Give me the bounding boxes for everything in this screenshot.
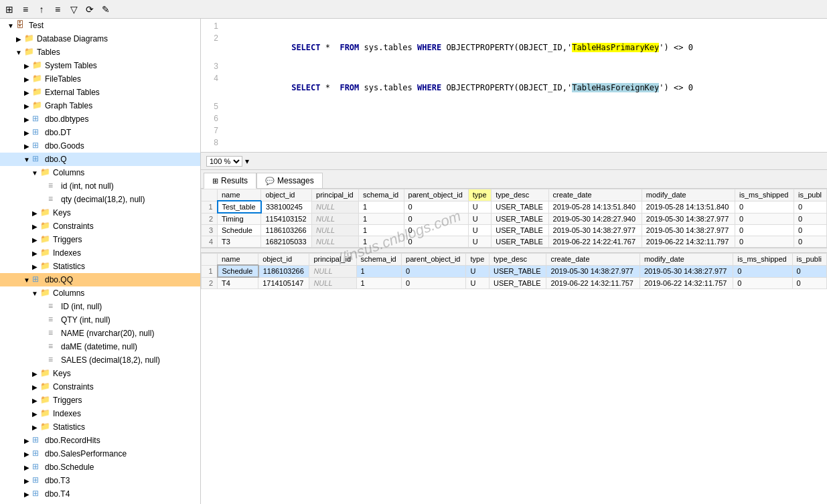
column-icon: ≡	[48, 328, 59, 339]
col-name[interactable]: name	[218, 189, 261, 201]
sidebar-item-qq-indexes[interactable]: ▶ 📁 Indexes	[0, 407, 200, 420]
sidebar-item-qq-keys[interactable]: ▶ 📁 Keys	[0, 367, 200, 380]
sidebar-item-qq-statistics[interactable]: ▶ 📁 Statistics	[0, 420, 200, 434]
sidebar-item-qq-triggers[interactable]: ▶ 📁 Triggers	[0, 394, 200, 407]
sidebar-item-dbo-test-table[interactable]: ▶ ⊞ dbo.Test_table	[0, 501, 200, 504]
sidebar-item-dbo-t4[interactable]: ▶ ⊞ dbo.T4	[0, 487, 200, 501]
zoom-dropdown-icon[interactable]: ▾	[245, 157, 249, 166]
sidebar-item-dbo-dbtypes[interactable]: ▶ ⊞ dbo.dbtypes	[0, 112, 200, 126]
col-publi[interactable]: is_publi	[792, 254, 826, 266]
sql-editor[interactable]: 1 2 SELECT * FROM sys.tables WHERE OBJEC…	[201, 19, 827, 153]
sidebar-item-q-col-qty[interactable]: ≡ qty (decimal(18,2), null)	[0, 193, 200, 206]
toolbar-icon-1[interactable]: ⊞	[3, 3, 16, 16]
results-tabs: ⊞ Results 💬 Messages	[201, 170, 827, 189]
expander-icon: ▶	[21, 437, 32, 444]
cell-schemaid: 1	[359, 225, 404, 236]
col-rownum	[202, 254, 218, 266]
col-schemaid[interactable]: schema_id	[356, 254, 402, 266]
sidebar-label: Keys	[53, 208, 200, 218]
sidebar-label: Columns	[53, 288, 200, 298]
line-content	[224, 126, 824, 138]
sidebar-item-graph-tables[interactable]: ▶ 📁 Graph Tables	[0, 99, 200, 112]
sql-line-4: 4 SELECT * FROM sys.tables WHERE OBJECTP…	[204, 74, 824, 102]
col-principalid[interactable]: principal_id	[312, 189, 359, 201]
sidebar-label: dbo.DT	[45, 128, 200, 137]
table-row: 3 Schedule 1186103266 NULL 1 0 U USER_TA…	[202, 225, 827, 236]
expander-icon: ▶	[29, 410, 40, 418]
expander-icon: ▶	[21, 491, 32, 498]
tab-results[interactable]: ⊞ Results	[204, 173, 256, 189]
sidebar-item-qq-constraints[interactable]: ▶ 📁 Constraints	[0, 380, 200, 394]
sidebar-item-q-col-id[interactable]: ≡ id (int, not null)	[0, 179, 200, 193]
sidebar-item-qq-columns[interactable]: ▼ 📁 Columns	[0, 286, 200, 300]
scrollbar-h1[interactable]	[201, 248, 827, 253]
col-createdate[interactable]: create_date	[546, 254, 640, 266]
col-createdate[interactable]: create_date	[548, 189, 642, 201]
col-name[interactable]: name	[218, 254, 258, 266]
sidebar-item-dbo-goods[interactable]: ▶ ⊞ dbo.Goods	[0, 139, 200, 153]
sidebar-item-qq-col-dame[interactable]: ≡ daME (datetime, null)	[0, 340, 200, 353]
col-objectid[interactable]: object_id	[261, 189, 312, 201]
sidebar-item-q-columns[interactable]: ▼ 📁 Columns	[0, 166, 200, 179]
sidebar-item-system-tables[interactable]: ▶ 📁 System Tables	[0, 59, 200, 72]
toolbar-icon-edit[interactable]: ✎	[99, 3, 112, 16]
row-number: 1	[202, 265, 218, 277]
sidebar-item-qq-col-qty[interactable]: ≡ QTY (int, null)	[0, 313, 200, 327]
sidebar-item-q-keys[interactable]: ▶ 📁 Keys	[0, 206, 200, 220]
sidebar-item-dbo-qq[interactable]: ▼ ⊞ dbo.QQ	[0, 273, 200, 286]
zoom-bar: 100 % ▾	[201, 153, 827, 170]
sidebar-item-db-diagrams[interactable]: ▶ 📁 Database Diagrams	[0, 32, 200, 46]
sidebar-item-filetables[interactable]: ▶ 📁 FileTables	[0, 72, 200, 86]
sidebar-item-qq-col-id[interactable]: ≡ ID (int, null)	[0, 300, 200, 313]
col-typedesc[interactable]: type_desc	[489, 254, 546, 266]
sidebar-item-database[interactable]: ▼ 🗄 Test	[0, 19, 200, 32]
row-number: 3	[202, 225, 218, 236]
col-parentobjectid[interactable]: parent_object_id	[402, 254, 466, 266]
sidebar-item-q-indexes[interactable]: ▶ 📁 Indexes	[0, 246, 200, 260]
tab-messages[interactable]: 💬 Messages	[256, 173, 323, 188]
col-typedesc[interactable]: type_desc	[492, 189, 548, 201]
zoom-select[interactable]: 100 %	[206, 156, 242, 167]
sidebar-item-dbo-dt[interactable]: ▶ ⊞ dbo.DT	[0, 126, 200, 139]
sidebar-item-external-tables[interactable]: ▶ 📁 External Tables	[0, 86, 200, 99]
sidebar-label: Indexes	[53, 248, 200, 258]
toolbar-icon-3[interactable]: ↑	[35, 3, 48, 16]
col-type[interactable]: type	[468, 189, 491, 201]
sidebar-item-dbo-schedule[interactable]: ▶ ⊞ dbo.Schedule	[0, 460, 200, 474]
sidebar-label: NAME (nvarchar(20), null)	[61, 329, 200, 338]
col-type[interactable]: type	[466, 254, 490, 266]
col-publ[interactable]: is_publ	[794, 189, 827, 201]
col-schemaid[interactable]: schema_id	[359, 189, 404, 201]
expander-icon	[37, 303, 48, 311]
sql-line-2: 2 SELECT * FROM sys.tables WHERE OBJECTP…	[204, 33, 824, 62]
column-icon: ≡	[48, 315, 59, 325]
cell-type: U	[468, 236, 491, 248]
sidebar-label: Database Diagrams	[37, 34, 200, 44]
sidebar-item-tables[interactable]: ▼ 📁 Tables	[0, 46, 200, 59]
col-modifydate[interactable]: modify_date	[642, 189, 735, 201]
sidebar-item-dbo-recordhits[interactable]: ▶ ⊞ dbo.RecordHits	[0, 434, 200, 447]
toolbar-icon-2[interactable]: ≡	[19, 3, 32, 16]
col-msshipped[interactable]: is_ms_shipped	[735, 189, 794, 201]
cell-type: U	[468, 201, 491, 213]
toolbar-icon-refresh[interactable]: ⟳	[83, 3, 96, 16]
toolbar-icon-filter[interactable]: ▽	[67, 3, 80, 16]
sidebar-item-dbo-t3[interactable]: ▶ ⊞ dbo.T3	[0, 474, 200, 487]
sidebar-item-q-constraints[interactable]: ▶ 📁 Constraints	[0, 220, 200, 233]
col-modifydate[interactable]: modify_date	[640, 254, 733, 266]
cell-schemaid: 1	[356, 265, 402, 277]
expander-icon: ▼	[5, 22, 16, 29]
sidebar-item-qq-col-sales[interactable]: ≡ SALES (decimal(18,2), null)	[0, 353, 200, 367]
toolbar-icon-4[interactable]: ≡	[51, 3, 64, 16]
sidebar-item-q-triggers[interactable]: ▶ 📁 Triggers	[0, 233, 200, 246]
table-row: 2 Timing 1154103152 NULL 1 0 U USER_TABL…	[202, 213, 827, 225]
col-objectid[interactable]: object_id	[258, 254, 309, 266]
sidebar-item-dbo-q[interactable]: ▼ ⊞ dbo.Q	[0, 153, 200, 166]
col-msshipped[interactable]: is_ms_shipped	[733, 254, 792, 266]
table-icon: ⊞	[32, 154, 43, 165]
sidebar-item-q-statistics[interactable]: ▶ 📁 Statistics	[0, 260, 200, 273]
sidebar-item-qq-col-name[interactable]: ≡ NAME (nvarchar(20), null)	[0, 327, 200, 340]
sidebar-item-dbo-salesperformance[interactable]: ▶ ⊞ dbo.SalesPerformance	[0, 447, 200, 460]
col-parentobjectid[interactable]: parent_object_id	[404, 189, 468, 201]
col-principalid[interactable]: principal_id	[309, 254, 356, 266]
